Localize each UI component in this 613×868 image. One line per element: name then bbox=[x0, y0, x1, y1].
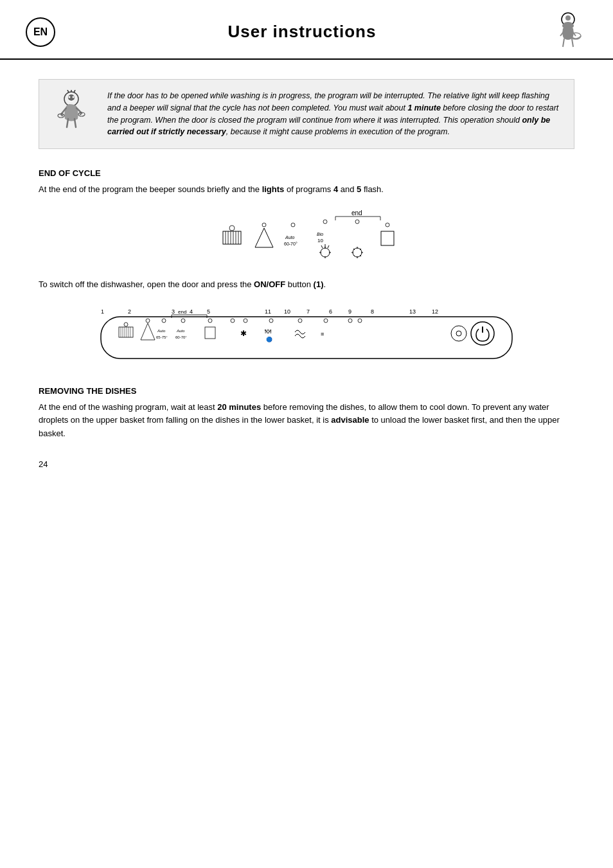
control-panel-diagram: 1 2 3 4 5 11 10 7 6 9 8 13 12 bbox=[39, 304, 574, 368]
page: EN User instructions bbox=[0, 0, 613, 868]
svg-text:60-70°: 60-70° bbox=[284, 242, 298, 246]
info-box: If the door has to be opened while washi… bbox=[39, 79, 574, 149]
svg-text:≡: ≡ bbox=[321, 331, 324, 337]
header-icon bbox=[549, 12, 587, 52]
removing-dishes-title: REMOVING THE DISHES bbox=[39, 386, 574, 396]
page-number: 24 bbox=[39, 459, 574, 469]
svg-point-96 bbox=[324, 319, 328, 323]
end-of-cycle-title: END OF CYCLE bbox=[39, 168, 574, 178]
svg-text:10: 10 bbox=[284, 308, 290, 315]
svg-point-99 bbox=[358, 319, 362, 323]
language-badge: EN bbox=[26, 17, 55, 47]
svg-text:5: 5 bbox=[207, 308, 210, 315]
svg-point-51 bbox=[386, 223, 389, 227]
onoff-text: To switch off the dishwasher, open the d… bbox=[39, 278, 574, 291]
svg-point-9 bbox=[69, 96, 71, 98]
svg-marker-79 bbox=[141, 323, 155, 340]
svg-text:60-70°: 60-70° bbox=[175, 335, 187, 339]
end-of-cycle-text: At the end of the program the beeper sou… bbox=[39, 183, 574, 196]
svg-text:65-75°: 65-75° bbox=[156, 335, 168, 339]
svg-point-98 bbox=[348, 319, 352, 323]
svg-point-84 bbox=[181, 319, 185, 323]
svg-text:Auto: Auto bbox=[157, 329, 166, 333]
svg-point-92 bbox=[269, 319, 273, 323]
svg-point-27 bbox=[291, 223, 295, 227]
svg-text:3: 3 bbox=[172, 308, 175, 315]
svg-text:Auto: Auto bbox=[285, 235, 295, 240]
svg-point-102 bbox=[456, 331, 461, 336]
svg-line-34 bbox=[321, 245, 323, 248]
svg-text:Auto: Auto bbox=[176, 329, 185, 333]
svg-text:end: end bbox=[178, 309, 186, 315]
svg-point-26 bbox=[262, 223, 266, 227]
svg-text:🍽: 🍽 bbox=[265, 328, 271, 335]
end-of-cycle-section: END OF CYCLE At the end of the program t… bbox=[39, 168, 574, 260]
end-of-cycle-diagram: end bbox=[39, 209, 574, 260]
svg-text:11: 11 bbox=[265, 308, 271, 315]
svg-point-81 bbox=[162, 319, 166, 323]
svg-text:1: 1 bbox=[101, 308, 104, 315]
svg-line-35 bbox=[328, 245, 329, 248]
svg-line-8 bbox=[74, 90, 75, 93]
svg-marker-25 bbox=[255, 228, 273, 247]
svg-point-41 bbox=[355, 220, 359, 224]
svg-point-87 bbox=[208, 319, 212, 323]
svg-point-30 bbox=[323, 220, 327, 224]
svg-point-80 bbox=[146, 319, 150, 323]
warning-icon bbox=[51, 90, 96, 134]
info-box-text: If the door has to be opened while washi… bbox=[107, 90, 562, 138]
svg-text:🔵: 🔵 bbox=[266, 336, 272, 342]
svg-text:2: 2 bbox=[128, 308, 131, 315]
svg-point-90 bbox=[244, 319, 247, 323]
svg-point-1 bbox=[565, 15, 571, 21]
page-title: User instructions bbox=[55, 22, 549, 42]
svg-line-50 bbox=[353, 255, 355, 256]
svg-point-78 bbox=[124, 323, 128, 326]
svg-point-24 bbox=[229, 226, 235, 231]
svg-rect-52 bbox=[381, 231, 394, 245]
svg-line-6 bbox=[67, 90, 69, 93]
removing-dishes-text: At the end of the washing program, wait … bbox=[39, 401, 574, 439]
svg-point-101 bbox=[451, 326, 466, 341]
svg-point-89 bbox=[231, 319, 235, 323]
svg-text:Bio: Bio bbox=[317, 232, 323, 236]
svg-text:13: 13 bbox=[409, 308, 416, 315]
svg-text:7: 7 bbox=[306, 308, 310, 315]
onoff-section: To switch off the dishwasher, open the d… bbox=[39, 278, 574, 368]
svg-rect-88 bbox=[205, 327, 215, 339]
svg-text:✱: ✱ bbox=[240, 329, 247, 338]
svg-text:9: 9 bbox=[348, 308, 351, 315]
svg-text:8: 8 bbox=[371, 308, 374, 315]
svg-text:4: 4 bbox=[190, 308, 193, 315]
header: EN User instructions bbox=[0, 0, 613, 60]
svg-text:10: 10 bbox=[317, 238, 323, 244]
content: If the door has to be opened while washi… bbox=[0, 60, 613, 488]
svg-point-10 bbox=[73, 96, 75, 98]
header-left: EN bbox=[26, 17, 55, 47]
svg-point-36 bbox=[321, 248, 330, 257]
svg-point-95 bbox=[298, 319, 302, 323]
svg-rect-71 bbox=[119, 327, 133, 337]
removing-dishes-section: REMOVING THE DISHES At the end of the wa… bbox=[39, 386, 574, 439]
svg-text:end: end bbox=[351, 209, 362, 217]
svg-text:12: 12 bbox=[432, 308, 438, 315]
svg-text:6: 6 bbox=[329, 308, 332, 315]
